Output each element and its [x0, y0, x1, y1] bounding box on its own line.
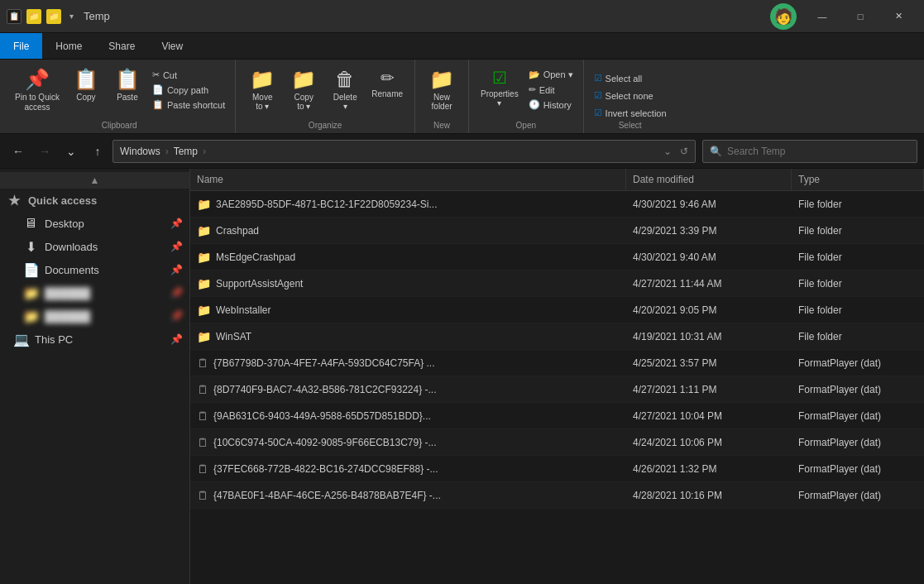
file-row[interactable]: 🗒{9AB631C6-9403-449A-9588-65D57D851BDD}.…: [190, 403, 924, 429]
file-type-cell: File folder: [792, 251, 924, 263]
file-row[interactable]: 🗒{7B67798D-370A-4FE7-A4FA-593DC64C75FA} …: [190, 350, 924, 376]
sidebar-blurred-2-label: ██████: [45, 310, 90, 323]
file-row[interactable]: 📁MsEdgeCrashpad4/30/2021 9:40 AMFile fol…: [190, 244, 924, 270]
file-row[interactable]: 📁3AE2895D-85DF-4871-BC12-1F22D8059234-Si…: [190, 191, 924, 218]
nav-bar: ← → ⌄ ↑ Windows › Temp › ⌄ ↺ 🔍: [0, 134, 924, 169]
cut-button[interactable]: ✂ Cut: [149, 68, 228, 82]
file-type-cell: FormatPlayer (dat): [792, 410, 924, 422]
select-buttons: ☑ Select all ☑ Select none ☑ Invert sele…: [591, 65, 670, 120]
sidebar-downloads[interactable]: ⬇ Downloads 📌: [0, 235, 189, 258]
new-folder-label: Newfolder: [432, 93, 452, 111]
file-date-cell: 4/28/2021 10:16 PM: [626, 490, 792, 501]
menu-view[interactable]: View: [148, 33, 196, 59]
edit-label: Edit: [539, 85, 555, 95]
header-date[interactable]: Date modified: [626, 169, 792, 190]
file-row[interactable]: 📁WinSAT4/19/2021 10:31 AMFile folder: [190, 323, 924, 350]
sidebar-quick-access[interactable]: ★ Quick access: [0, 189, 189, 212]
close-button[interactable]: ✕: [879, 4, 917, 29]
move-to-button[interactable]: 📁 Moveto ▾: [242, 65, 282, 119]
recent-button[interactable]: ⌄: [60, 140, 83, 163]
rename-button[interactable]: ✏ Rename: [366, 65, 408, 119]
history-button[interactable]: 🕐 History: [525, 98, 577, 112]
paste-button[interactable]: 📋 Paste: [108, 65, 147, 119]
file-row[interactable]: 🗒{8D7740F9-BAC7-4A32-B586-781C2CF93224} …: [190, 376, 924, 403]
sidebar-blurred-2: 📁 ██████ 📌: [0, 304, 189, 328]
sidebar-desktop[interactable]: 🖥 Desktop 📌: [0, 212, 189, 235]
open-icon: 📂: [529, 69, 540, 80]
address-chevron[interactable]: ⌄: [663, 146, 672, 157]
file-date-cell: 4/30/2021 9:46 AM: [626, 199, 792, 210]
file-type-cell: FormatPlayer (dat): [792, 384, 924, 395]
sidebar-this-pc[interactable]: 💻 This PC 📌: [0, 328, 189, 351]
file-icon: 🗒: [197, 409, 208, 423]
file-row[interactable]: 📁SupportAssistAgent4/27/2021 11:44 AMFil…: [190, 270, 924, 297]
header-type[interactable]: Type: [792, 169, 924, 190]
delete-button[interactable]: 🗑 Delete▾: [325, 65, 365, 119]
file-row[interactable]: 📁Crashpad4/29/2021 3:39 PMFile folder: [190, 218, 924, 244]
menu-share[interactable]: Share: [95, 33, 148, 59]
new-folder-button[interactable]: 📁 Newfolder: [422, 65, 462, 119]
up-button[interactable]: ↑: [86, 140, 109, 163]
folder-icon: 📁: [197, 330, 211, 343]
select-all-button[interactable]: ☑ Select all: [591, 71, 670, 85]
breadcrumb-windows[interactable]: Windows: [120, 146, 160, 157]
blurred-1-pin-icon: 📌: [170, 287, 183, 299]
sidebar-documents-label: Documents: [45, 264, 99, 276]
maximize-button[interactable]: □: [841, 4, 879, 29]
properties-button[interactable]: ☑ Properties▾: [476, 65, 524, 119]
header-name[interactable]: Name: [190, 169, 626, 190]
folder-icon: 📁: [197, 224, 211, 237]
minimize-button[interactable]: —: [803, 4, 841, 29]
copy-path-button[interactable]: 📄 Copy path: [149, 83, 228, 97]
file-row[interactable]: 🗒{10C6C974-50CA-4092-9085-9F66ECB13C79} …: [190, 429, 924, 456]
file-row[interactable]: 🗒{47BAE0F1-4BAF-46CE-A256-B4878BAB7E4F} …: [190, 482, 924, 509]
select-none-button[interactable]: ☑ Select none: [591, 89, 670, 103]
back-button[interactable]: ←: [7, 140, 30, 163]
invert-label: Invert selection: [606, 108, 667, 118]
file-row[interactable]: 📁WebInstaller4/20/2021 9:05 PMFile folde…: [190, 297, 924, 323]
file-date-cell: 4/26/2021 1:32 PM: [626, 463, 792, 475]
address-bar[interactable]: Windows › Temp › ⌄ ↺: [113, 140, 696, 163]
file-name-cell: 📁SupportAssistAgent: [190, 277, 626, 290]
select-none-label: Select none: [606, 91, 654, 101]
file-type-cell: FormatPlayer (dat): [792, 437, 924, 448]
search-bar[interactable]: 🔍: [702, 140, 917, 163]
file-row[interactable]: 🗒{37FEC668-772B-4822-BC16-274DCC98EF88} …: [190, 456, 924, 482]
copy-button[interactable]: 📋 Copy: [66, 65, 106, 119]
file-date-cell: 4/27/2021 10:04 PM: [626, 410, 792, 422]
open-button[interactable]: 📂 Open ▾: [525, 68, 577, 82]
invert-selection-button[interactable]: ☑ Invert selection: [591, 106, 670, 120]
pin-button[interactable]: 📌 Pin to Quickaccess: [10, 65, 65, 119]
sidebar-scroll-up[interactable]: ▲: [0, 172, 189, 189]
history-label: History: [543, 100, 572, 110]
clipboard-label: Clipboard: [102, 121, 137, 133]
paste-shortcut-button[interactable]: 📋 Paste shortcut: [149, 98, 228, 112]
sidebar-quick-access-label: Quick access: [28, 194, 97, 207]
refresh-button[interactable]: ↺: [680, 146, 688, 157]
file-icon: 🗒: [197, 489, 208, 502]
new-label: New: [433, 121, 450, 133]
forward-button[interactable]: →: [33, 140, 56, 163]
file-icon: 🗒: [197, 462, 208, 476]
sidebar-documents[interactable]: 📄 Documents 📌: [0, 258, 189, 281]
file-name-cell: 📁MsEdgeCrashpad: [190, 251, 626, 264]
edit-icon: ✏: [529, 84, 536, 95]
menu-file[interactable]: File: [0, 33, 42, 59]
file-name-cell: 🗒{9AB631C6-9403-449A-9588-65D57D851BDD}.…: [190, 409, 626, 423]
file-icon: 🗒: [197, 436, 208, 449]
search-input[interactable]: [727, 146, 910, 157]
select-all-label: Select all: [606, 74, 643, 84]
this-pc-icon: 💻: [13, 332, 28, 347]
edit-button[interactable]: ✏ Edit: [525, 83, 577, 97]
file-date-cell: 4/25/2021 3:57 PM: [626, 357, 792, 369]
title-dropdown[interactable]: ▾: [69, 12, 74, 21]
blurred-2-pin-icon: 📌: [170, 310, 183, 322]
main-layout: ▲ ★ Quick access 🖥 Desktop 📌 ⬇ Downloads…: [0, 169, 924, 584]
cut-icon: ✂: [152, 69, 160, 80]
sidebar-this-pc-label: This PC: [35, 333, 73, 346]
copy-to-button[interactable]: 📁 Copyto ▾: [284, 65, 323, 119]
breadcrumb-temp[interactable]: Temp: [174, 146, 198, 157]
menu-home[interactable]: Home: [42, 33, 95, 59]
open-small-buttons: 📂 Open ▾ ✏ Edit 🕐 History: [525, 65, 577, 112]
file-name-text: Crashpad: [216, 225, 259, 237]
